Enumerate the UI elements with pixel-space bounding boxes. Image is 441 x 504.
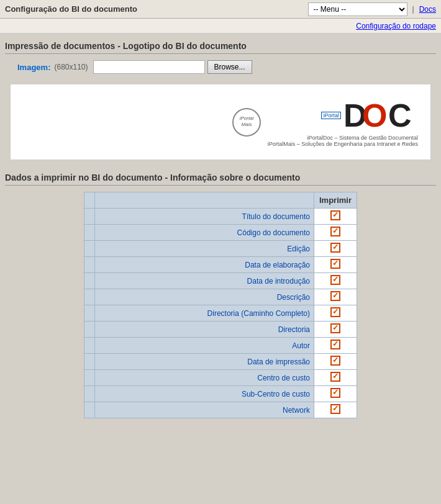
row-label: Centro de custo	[95, 370, 314, 386]
iportal-badge: iPortal	[321, 112, 341, 119]
row-label: Sub-Centro de custo	[95, 386, 314, 402]
row-checkbox-cell	[314, 386, 357, 402]
row-spacer	[84, 370, 95, 386]
checkbox-checked-icon[interactable]	[330, 291, 340, 301]
checkbox-checked-icon[interactable]	[330, 259, 340, 269]
section2-title: Dados a imprimir no BI do documento - In…	[5, 173, 436, 186]
row-checkbox-cell	[314, 370, 357, 386]
row-spacer	[84, 338, 95, 354]
row-label: Directoria	[95, 322, 314, 338]
main-content: Impressão de documentos - Logotipo do BI…	[0, 34, 441, 426]
checkbox-checked-icon[interactable]	[330, 227, 340, 236]
row-label: Data de impressão	[95, 354, 314, 370]
row-spacer	[84, 402, 95, 418]
table-row: Título do documento	[84, 209, 357, 225]
iportalmais-icon: iPortal Mais	[232, 107, 261, 137]
doc-logo-top: iPortal D O C	[321, 97, 418, 133]
row-checkbox-cell	[314, 338, 357, 354]
table-row: Descrição	[84, 289, 357, 305]
row-checkbox-cell	[314, 354, 357, 370]
row-label: Autor	[95, 338, 314, 354]
svg-text:iPortal: iPortal	[240, 115, 254, 121]
section2-gap: Dados a imprimir no BI do documento - In…	[5, 173, 436, 418]
row-spacer	[84, 241, 95, 257]
doc-text-container: D O C	[343, 97, 418, 133]
row-spacer	[84, 257, 95, 273]
menu-select[interactable]: -- Menu --	[308, 2, 407, 16]
checkbox-checked-icon[interactable]	[330, 243, 340, 253]
row-checkbox-cell	[314, 402, 357, 418]
svg-text:O: O	[362, 97, 387, 132]
table-row: Edição	[84, 241, 357, 257]
svg-text:C: C	[388, 97, 412, 132]
iportalmais-svg: iPortal Mais	[232, 107, 261, 137]
row-spacer	[84, 209, 95, 225]
checkbox-checked-icon[interactable]	[330, 275, 340, 285]
checkbox-checked-icon[interactable]	[330, 356, 340, 366]
table-row: Data de introdução	[84, 273, 357, 289]
row-spacer	[84, 354, 95, 370]
row-spacer	[84, 225, 95, 241]
checkbox-checked-icon[interactable]	[330, 372, 340, 382]
table-row: Código do documento	[84, 225, 357, 241]
table-row: Autor	[84, 338, 357, 354]
row-label: Directoria (Caminho Completo)	[95, 305, 314, 322]
data-table: Imprimir Título do documentoCódigo do do…	[84, 192, 357, 418]
table-row: Data de elaboração	[84, 257, 357, 273]
row-checkbox-cell	[314, 225, 357, 241]
breadcrumb-bar: Configuração do rodape	[0, 19, 441, 34]
th-spacer	[84, 192, 95, 209]
browse-button[interactable]: Browse...	[207, 60, 252, 74]
svg-text:Mais: Mais	[241, 122, 252, 127]
row-checkbox-cell	[314, 209, 357, 225]
th-label-empty	[95, 192, 314, 209]
checkbox-checked-icon[interactable]	[330, 404, 340, 414]
row-spacer	[84, 322, 95, 338]
row-label: Descrição	[95, 289, 314, 305]
row-label: Data de elaboração	[95, 257, 314, 273]
checkbox-checked-icon[interactable]	[330, 210, 340, 220]
checkbox-checked-icon[interactable]	[330, 323, 340, 333]
top-bar-right: -- Menu -- | Docs	[308, 2, 436, 16]
checkbox-checked-icon[interactable]	[330, 307, 340, 317]
top-bar: Configuração do BI do documento -- Menu …	[0, 0, 441, 19]
logo-preview-box: iPortal Mais iPortal D O	[10, 84, 431, 160]
row-label: Código do documento	[95, 225, 314, 241]
row-checkbox-cell	[314, 305, 357, 322]
breadcrumb-link[interactable]: Configuração do rodape	[356, 22, 436, 30]
th-imprimir: Imprimir	[314, 192, 357, 209]
doc-svg: D O C	[343, 97, 418, 132]
row-label: Título do documento	[95, 209, 314, 225]
separator: |	[412, 5, 414, 14]
image-input[interactable]	[93, 60, 205, 74]
table-row: Sub-Centro de custo	[84, 386, 357, 402]
row-checkbox-cell	[314, 273, 357, 289]
image-upload-row: Imagem: (680x110) Browse...	[5, 60, 436, 74]
row-spacer	[84, 305, 95, 322]
row-label: Network	[95, 402, 314, 418]
section1-title: Impressão de documentos - Logotipo do BI…	[5, 41, 436, 54]
image-label: Imagem:	[17, 63, 50, 72]
row-checkbox-cell	[314, 322, 357, 338]
row-label: Edição	[95, 241, 314, 257]
row-checkbox-cell	[314, 289, 357, 305]
logo-preview-inner: iPortal Mais iPortal D O	[232, 97, 418, 147]
row-label: Data de introdução	[95, 273, 314, 289]
row-spacer	[84, 289, 95, 305]
table-row: Directoria (Caminho Completo)	[84, 305, 357, 322]
row-checkbox-cell	[314, 241, 357, 257]
checkbox-checked-icon[interactable]	[330, 388, 340, 398]
docs-link[interactable]: Docs	[419, 5, 436, 14]
row-spacer	[84, 386, 95, 402]
doc-logo-area: iPortal D O C iPortalDoc	[268, 97, 418, 147]
table-row: Centro de custo	[84, 370, 357, 386]
image-size-hint: (680x110)	[54, 63, 88, 71]
logo-tagline: iPortalDoc – Sistema de Gestão Documenta…	[268, 135, 418, 147]
checkbox-checked-icon[interactable]	[330, 340, 340, 349]
row-checkbox-cell	[314, 257, 357, 273]
row-spacer	[84, 273, 95, 289]
table-row: Data de impressão	[84, 354, 357, 370]
table-row: Network	[84, 402, 357, 418]
table-row: Directoria	[84, 322, 357, 338]
page-title: Configuração do BI do documento	[5, 4, 137, 14]
